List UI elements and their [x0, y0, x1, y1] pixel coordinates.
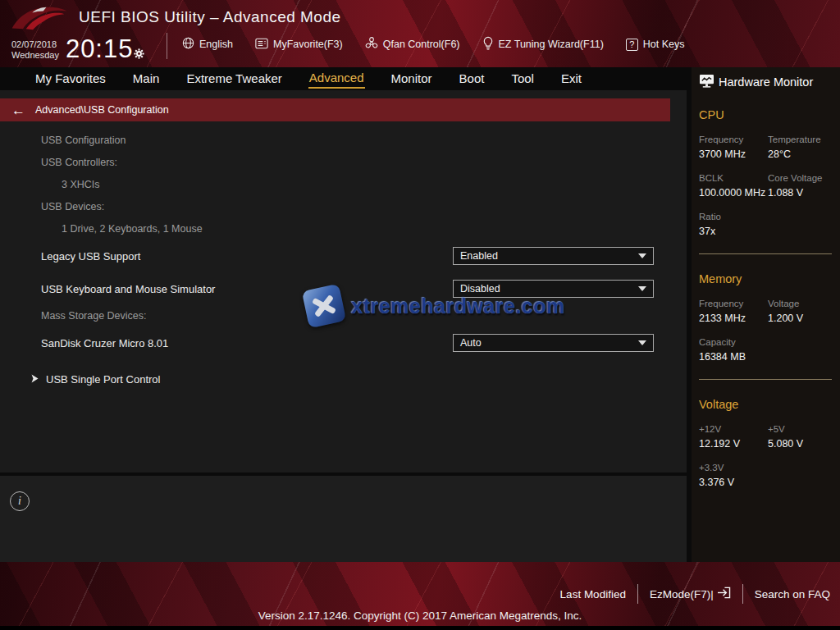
- usb-info-line: 3 XHCIs: [0, 173, 459, 195]
- cpu-ratio-label: Ratio: [699, 212, 768, 221]
- voltage-section-title: Voltage: [699, 398, 833, 411]
- qfan-control-button[interactable]: Qfan Control(F6): [365, 37, 460, 52]
- voltage-3v3-label: +3.3V: [699, 463, 768, 472]
- ez-tuning-wizard-button[interactable]: EZ Tuning Wizard(F11): [482, 36, 604, 52]
- cpu-bclk-label: BCLK: [699, 173, 768, 183]
- language-label: English: [199, 39, 233, 50]
- voltage-12v-label: +12V: [699, 424, 768, 434]
- chevron-down-icon: [638, 253, 646, 258]
- cpu-core-voltage-label: Core Voltage: [768, 173, 833, 183]
- hot-keys-label: Hot Keys: [643, 39, 685, 50]
- setting-label: USB Keyboard and Mouse Simulator: [41, 283, 215, 295]
- time-text: 20:15: [66, 34, 134, 64]
- hardware-monitor-title: Hardware Monitor: [719, 75, 813, 89]
- usb-info-line: USB Controllers:: [0, 151, 459, 173]
- myfavorite-button[interactable]: MyFavorite(F3): [255, 38, 343, 52]
- memory-section-title: Memory: [699, 272, 833, 285]
- language-button[interactable]: English: [182, 37, 233, 52]
- weekday-text: Wednesday: [11, 50, 59, 61]
- voltage-12v-value: 12.192 V: [699, 435, 768, 450]
- tab-my-favorites[interactable]: My Favorites: [34, 70, 107, 88]
- cpu-section-title: CPU: [699, 108, 833, 121]
- tab-main[interactable]: Main: [132, 70, 161, 88]
- header-bar: UEFI BIOS Utility – Advanced Mode 02/07/…: [0, 0, 840, 67]
- memory-frequency-label: Frequency: [699, 299, 768, 308]
- tab-exit[interactable]: Exit: [560, 70, 582, 88]
- time-settings-gear-icon[interactable]: [134, 36, 144, 66]
- tab-boot[interactable]: Boot: [459, 70, 486, 88]
- cpu-core-voltage-value: 1.088 V: [768, 184, 833, 199]
- usb-single-port-control-submenu[interactable]: USB Single Port Control: [0, 369, 410, 389]
- cpu-temperature-value: 28°C: [768, 145, 833, 160]
- dropdown-value: Enabled: [460, 250, 638, 262]
- setting-label: Legacy USB Support: [41, 250, 140, 262]
- app-title: UEFI BIOS Utility – Advanced Mode: [79, 8, 341, 26]
- bottom-black-strip: [0, 626, 840, 630]
- bulb-icon: [482, 36, 494, 52]
- ezmode-button[interactable]: EzMode(F7)|: [650, 587, 731, 601]
- memory-capacity-row: Capacity 16384 MB: [699, 337, 833, 363]
- memory-voltage-label: Voltage: [768, 299, 833, 308]
- help-panel: i: [0, 476, 687, 562]
- voltage-3v3-value: 3.376 V: [699, 473, 768, 488]
- tab-tool[interactable]: Tool: [510, 70, 535, 88]
- mass-storage-heading: Mass Storage Devices:: [41, 310, 147, 322]
- setting-label: SanDisk Cruzer Micro 8.01: [41, 337, 168, 349]
- exit-mode-icon: [717, 587, 731, 601]
- setting-row-sandisk: SanDisk Cruzer Micro 8.01 Auto: [0, 334, 687, 352]
- breadcrumb: ← Advanced\USB Configuration: [0, 98, 670, 121]
- chevron-down-icon: [638, 340, 646, 345]
- cpu-bclk-value: 100.0000 MHz: [699, 184, 768, 199]
- memory-frequency-value: 2133 MHz: [699, 309, 768, 324]
- usb-info-line: USB Configuration: [0, 129, 459, 151]
- voltage-5v-value: 5.080 V: [768, 435, 833, 450]
- main-panel: ← Advanced\USB Configuration USB Configu…: [0, 90, 687, 472]
- section-divider: [699, 379, 832, 380]
- memory-freq-volt-row: Frequency Voltage 2133 MHz 1.200 V: [699, 299, 833, 324]
- date-text: 02/07/2018: [11, 39, 59, 50]
- footer-divider: [742, 584, 743, 604]
- breadcrumb-path: Advanced\USB Configuration: [35, 104, 169, 116]
- memory-capacity-value: 16384 MB: [699, 348, 768, 363]
- usb-info-list: USB Configuration USB Controllers: 3 XHC…: [0, 129, 459, 240]
- bios-screen: UEFI BIOS Utility – Advanced Mode 02/07/…: [0, 0, 840, 630]
- submenu-arrow-icon: [31, 372, 39, 386]
- footer-divider: [637, 584, 638, 604]
- chevron-down-icon: [638, 286, 646, 291]
- rog-logo: [8, 3, 69, 38]
- fan-icon: [365, 37, 378, 52]
- tab-monitor[interactable]: Monitor: [390, 70, 433, 88]
- cpu-frequency-value: 3700 MHz: [699, 145, 768, 160]
- hot-keys-button[interactable]: ? Hot Keys: [626, 39, 685, 51]
- favorites-list-icon: [255, 38, 268, 52]
- tab-advanced[interactable]: Advanced: [308, 69, 365, 89]
- info-icon: i: [10, 491, 30, 511]
- ez-tuning-label: EZ Tuning Wizard(F11): [499, 39, 604, 50]
- tab-extreme-tweaker[interactable]: Extreme Tweaker: [185, 70, 282, 88]
- cpu-ratio-row: Ratio 37x: [699, 212, 833, 237]
- cpu-temperature-label: Temperature: [768, 135, 833, 144]
- mass-storage-heading-row: Mass Storage Devices:: [0, 307, 687, 325]
- header-actions: English MyFavorite(F3): [182, 36, 685, 52]
- memory-capacity-label: Capacity: [699, 337, 768, 347]
- qfan-label: Qfan Control(F6): [383, 39, 460, 50]
- question-icon: ?: [626, 39, 638, 51]
- voltage-5v-label: +5V: [768, 424, 833, 434]
- memory-voltage-value: 1.200 V: [768, 309, 833, 324]
- legacy-usb-dropdown[interactable]: Enabled: [453, 247, 654, 265]
- hardware-monitor-panel: Hardware Monitor CPU Frequency Temperatu…: [692, 67, 840, 574]
- usb-info-line: 1 Drive, 2 Keyboards, 1 Mouse: [0, 217, 459, 240]
- kb-mouse-sim-dropdown[interactable]: Disabled: [453, 280, 654, 298]
- back-arrow-icon[interactable]: ←: [11, 103, 25, 117]
- voltage-3v3-row: +3.3V 3.376 V: [699, 463, 833, 488]
- last-modified-button[interactable]: Last Modified: [560, 588, 626, 600]
- cpu-ratio-value: 37x: [699, 222, 768, 237]
- search-on-faq-button[interactable]: Search on FAQ: [755, 588, 830, 600]
- hardware-monitor-header: Hardware Monitor: [699, 74, 833, 90]
- ezmode-label: EzMode(F7)|: [650, 588, 714, 600]
- globe-icon: [182, 37, 194, 52]
- footer-actions: Last Modified EzMode(F7)| Search on FAQ: [560, 584, 830, 604]
- cpu-frequency-label: Frequency: [699, 135, 768, 144]
- sandisk-dropdown[interactable]: Auto: [453, 334, 654, 352]
- setting-row-legacy-usb: Legacy USB Support Enabled: [0, 247, 687, 265]
